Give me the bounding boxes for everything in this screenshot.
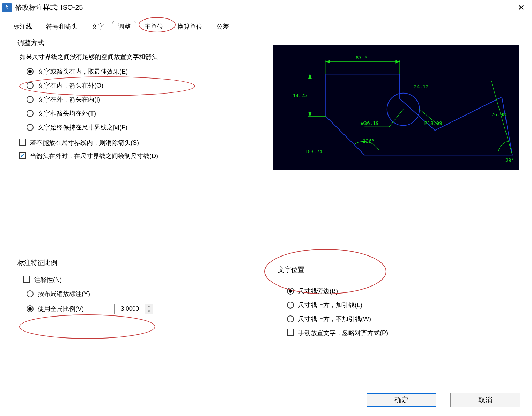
app-icon: h (2, 3, 12, 12)
radio-both-out[interactable]: 文字和箭头均在外(T) (27, 109, 246, 118)
svg-marker-5 (396, 60, 400, 63)
radio-text-in[interactable]: 文字在内，箭头在外(O) (27, 81, 246, 90)
radio-icon (287, 288, 294, 295)
dialog-body: 调整方式 如果尺寸界线之间没有足够的空间放置文字和箭头： 文字或箭头在内，取最佳… (0, 32, 532, 381)
tab-text[interactable]: 文字 (86, 21, 110, 32)
radio-layout-scale[interactable]: 按布局缩放标注(Y) (27, 290, 246, 298)
check-annotative[interactable]: 注释性(N) (23, 276, 246, 284)
radio-label: 文字始终保持在尺寸界线之间(F) (38, 123, 127, 132)
group-text-position: 文字位置 尺寸线旁边(B) 尺寸线上方，加引线(L) 尺寸线上方，不加引线(W)… (271, 270, 522, 374)
radio-icon (27, 305, 34, 312)
checkbox-label: 若不能放在尺寸界线内，则消除箭头(S) (30, 139, 139, 147)
checkbox-icon (19, 152, 26, 159)
radio-label: 尺寸线上方，加引线(L) (298, 301, 362, 309)
preview-angle1: 136° (363, 138, 375, 144)
preview-len: 103.74 (305, 149, 323, 154)
svg-marker-4 (326, 60, 330, 63)
tab-symbols-arrows[interactable]: 符号和箭头 (40, 21, 83, 32)
spinner-up-icon[interactable]: ▲ (145, 304, 153, 309)
radio-above-no-leader[interactable]: 尺寸线上方，不加引线(W) (287, 315, 516, 323)
dimstyle-fit-dialog: h 修改标注样式: ISO-25 ✕ 标注线 符号和箭头 文字 调整 主单位 换… (0, 0, 532, 416)
titlebar: h 修改标注样式: ISO-25 ✕ (0, 0, 532, 15)
group-dim-scale: 标注特征比例 注释性(N) 按布局缩放标注(Y) 使用全局比例(V)： ▲ ▼ (10, 263, 252, 374)
radio-label: 尺寸线上方，不加引线(W) (298, 315, 371, 323)
radio-icon (27, 124, 34, 131)
radio-icon (287, 315, 294, 322)
close-icon[interactable]: ✕ (514, 3, 528, 13)
radio-global-scale[interactable]: 使用全局比例(V)： ▲ ▼ (27, 304, 246, 314)
check-place-manually[interactable]: 手动放置文字，忽略对齐方式(P) (287, 329, 516, 337)
svg-marker-9 (309, 74, 311, 78)
radio-icon (27, 68, 34, 75)
checkbox-label: 注释性(N) (34, 276, 62, 284)
group-title-fit: 调整方式 (15, 38, 46, 47)
group-fit-options: 调整方式 如果尺寸界线之间没有足够的空间放置文字和箭头： 文字或箭头在内，取最佳… (10, 43, 252, 252)
radio-icon (27, 96, 34, 103)
radio-label: 文字或箭头在内，取最佳效果(E) (38, 67, 128, 76)
radio-label: 使用全局比例(V)： (38, 305, 90, 313)
checkbox-icon (19, 139, 26, 146)
group-title-scale: 标注特征比例 (15, 258, 59, 267)
dimension-preview: 87.5 48.25 24.12 76.08 ⌀36.19 R18.09 103… (273, 45, 519, 170)
window-title: 修改标注样式: ISO-25 (15, 3, 514, 12)
tab-primary-units[interactable]: 主单位 (139, 21, 169, 32)
radio-beside-dimline[interactable]: 尺寸线旁边(B) (287, 287, 516, 295)
group-preview: 87.5 48.25 24.12 76.08 ⌀36.19 R18.09 103… (271, 43, 522, 172)
radio-icon (27, 290, 34, 297)
checkbox-label: 手动放置文字，忽略对齐方式(P) (298, 329, 388, 337)
dialog-buttons: 确定 取消 (367, 393, 520, 407)
tab-alt-units[interactable]: 换算单位 (171, 21, 208, 32)
radio-label: 文字在外，箭头在内(I) (38, 95, 100, 104)
radio-label: 按布局缩放标注(Y) (38, 290, 90, 298)
checkbox-icon (23, 276, 30, 283)
preview-dim-mid: 24.12 (414, 84, 428, 89)
preview-dim-left: 48.25 (292, 92, 307, 98)
radio-label: 尺寸线旁边(B) (298, 287, 338, 295)
tab-tolerances[interactable]: 公差 (210, 21, 235, 32)
radio-icon (27, 82, 34, 89)
cancel-button[interactable]: 取消 (450, 393, 520, 407)
radio-label: 文字在内，箭头在外(O) (38, 81, 103, 90)
checkbox-icon (287, 329, 294, 336)
radio-icon (27, 110, 34, 117)
checkbox-label: 当箭头在外时，在尺寸界线之间绘制尺寸线(D) (30, 152, 158, 161)
check-suppress-arrows[interactable]: 若不能放在尺寸界线内，则消除箭头(S) (19, 139, 246, 147)
radio-above-with-leader[interactable]: 尺寸线上方，加引线(L) (287, 301, 516, 309)
radio-label: 文字和箭头均在外(T) (38, 109, 96, 118)
preview-dim-right: 76.08 (491, 112, 506, 117)
fit-lead-text: 如果尺寸界线之间没有足够的空间放置文字和箭头： (20, 52, 243, 62)
svg-line-12 (491, 81, 512, 155)
radio-icon (287, 302, 294, 309)
radio-best-fit[interactable]: 文字或箭头在内，取最佳效果(E) (27, 67, 246, 76)
radio-text-out[interactable]: 文字在外，箭头在内(I) (27, 95, 246, 104)
ok-button[interactable]: 确定 (367, 393, 436, 407)
tabstrip: 标注线 符号和箭头 文字 调整 主单位 换算单位 公差 (0, 15, 532, 32)
global-scale-spinner[interactable]: ▲ ▼ (114, 304, 153, 314)
preview-rad: R18.09 (424, 120, 442, 126)
preview-angle2: 29° (505, 157, 514, 163)
group-title-textpos: 文字位置 (276, 265, 306, 274)
spinner-down-icon[interactable]: ▼ (145, 309, 153, 314)
svg-marker-10 (309, 112, 311, 116)
preview-dim-top: 87.5 (356, 55, 368, 60)
tab-fit[interactable]: 调整 (112, 21, 136, 32)
check-draw-dimline[interactable]: 当箭头在外时，在尺寸界线之间绘制尺寸线(D) (19, 152, 246, 161)
radio-keep-between[interactable]: 文字始终保持在尺寸界线之间(F) (27, 123, 246, 132)
tab-dimension-lines[interactable]: 标注线 (7, 21, 38, 32)
global-scale-input[interactable] (115, 304, 145, 314)
preview-dia: ⌀36.19 (361, 120, 379, 126)
